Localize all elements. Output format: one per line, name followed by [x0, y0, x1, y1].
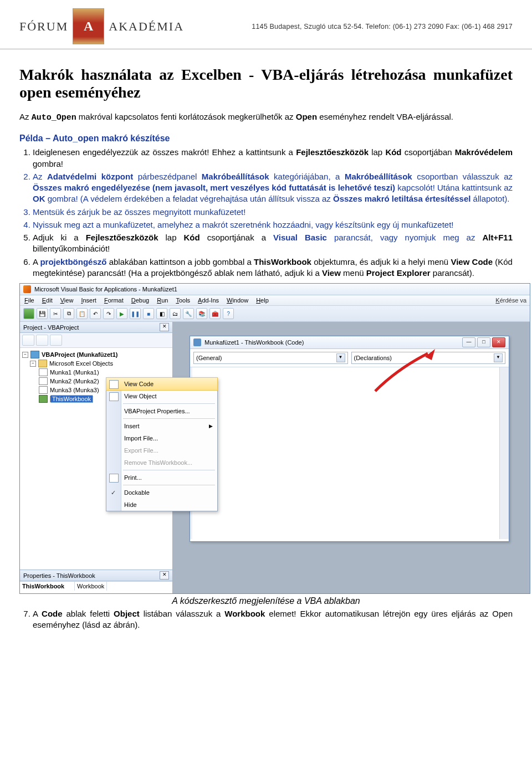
menu-tools[interactable]: Tools: [176, 297, 190, 304]
minimize-button[interactable]: —: [462, 337, 475, 347]
view-object-icon[interactable]: [36, 335, 48, 346]
folder-icon: [38, 360, 47, 367]
step-7: A Code ablak feletti Object listában vál…: [33, 608, 513, 631]
toggle-folders-icon[interactable]: [50, 335, 62, 346]
text: A: [33, 609, 42, 618]
mdi-area: Munkafüzet1 - ThisWorkbook (Code) — □ ✕ …: [173, 322, 530, 593]
toolbar-copy-icon[interactable]: ⧉: [63, 308, 74, 319]
figure-caption: A kódszerkesztő megjelenítése a VBA abla…: [19, 596, 513, 606]
menu-window[interactable]: Window: [227, 297, 248, 304]
bold: Összes makró letiltása értesítéssel: [333, 194, 470, 203]
menu-separator: [123, 403, 215, 404]
logo-emblem-icon: A: [73, 8, 104, 44]
menu-dockable[interactable]: ✓ Dockable: [106, 486, 217, 499]
menu-vbaproject-props[interactable]: VBAProject Properties...: [106, 405, 217, 417]
tree-folder[interactable]: − Microsoft Excel Objects: [22, 359, 170, 368]
bold: Kód: [183, 233, 200, 242]
toolbar-save-icon[interactable]: 💾: [37, 308, 48, 319]
bold-text: Open: [296, 112, 317, 121]
menu-run[interactable]: Run: [157, 297, 168, 304]
props-name-label: ThisWorkbook: [20, 582, 75, 591]
menu-item-label: Insert: [124, 423, 140, 429]
text: ablakában kattintson a jobb gombbal a: [106, 257, 254, 266]
bold: Alt+F11: [482, 233, 513, 242]
toolbar-pause-icon[interactable]: ❚❚: [130, 308, 141, 319]
bold: OK: [33, 194, 45, 203]
tree-item-label: Munka2 (Munka2): [50, 378, 99, 384]
menu-import-file[interactable]: Import File...: [106, 432, 217, 444]
menu-insert[interactable]: Insert: [81, 297, 96, 304]
text: ablak feletti: [63, 609, 114, 618]
bold: View Code: [451, 257, 493, 266]
menu-print[interactable]: Print...: [106, 471, 217, 484]
menu-export-file[interactable]: Export File...: [106, 444, 217, 457]
bold: Object: [114, 609, 140, 618]
bold: ThisWorkbook: [254, 257, 311, 266]
tree-item-label: Munka3 (Munka3): [50, 387, 99, 393]
toolbar-browser-icon[interactable]: 📚: [196, 308, 207, 319]
check-icon: ✓: [111, 489, 116, 496]
view-object-icon: [109, 392, 119, 401]
object-dropdown[interactable]: (General) ▼: [193, 352, 348, 364]
menu-remove[interactable]: Remove ThisWorkbook...: [106, 457, 217, 469]
toolbar-cut-icon[interactable]: ✂: [50, 308, 61, 319]
toolbar-excel-icon[interactable]: [23, 308, 34, 319]
toolbar-project-icon[interactable]: 🗂: [170, 308, 181, 319]
expander-icon[interactable]: −: [30, 361, 36, 367]
menu-item-label: Remove ThisWorkbook...: [124, 459, 192, 466]
code-text: Auto_Open: [32, 113, 76, 122]
menu-file[interactable]: File: [24, 297, 34, 304]
toolbar-undo-icon[interactable]: ↶: [90, 308, 101, 319]
toolbar-stop-icon[interactable]: ■: [143, 308, 154, 319]
bold: View: [322, 268, 341, 278]
close-button[interactable]: ✕: [492, 337, 505, 347]
view-code-icon[interactable]: [22, 335, 34, 346]
window-titlebar: Microsoft Visual Basic for Applications …: [20, 284, 530, 295]
annotation-arrow-icon: [370, 347, 442, 397]
text: makróval kapcsolatos fenti korlátozások …: [76, 112, 296, 121]
menu-view-object[interactable]: View Object: [106, 390, 217, 402]
menu-debug[interactable]: Debug: [131, 297, 149, 304]
panel-close-button[interactable]: ✕: [160, 571, 169, 580]
vba-ide-screenshot: Microsoft Visual Basic for Applications …: [19, 283, 530, 594]
bold: Kód: [385, 147, 401, 157]
text: Az: [33, 172, 47, 181]
menu-view-code[interactable]: View Code: [106, 377, 218, 391]
toolbar-toolbox-icon[interactable]: 🧰: [209, 308, 221, 319]
menu-item-label: Export File...: [124, 447, 158, 454]
toolbar-design-icon[interactable]: ◧: [156, 308, 167, 319]
chevron-down-icon[interactable]: ▼: [336, 353, 345, 362]
menu-edit[interactable]: Edit: [42, 297, 53, 304]
menu-view[interactable]: View: [60, 297, 74, 304]
tree-sheet-1[interactable]: Munka1 (Munka1): [22, 368, 170, 377]
menu-format[interactable]: Format: [104, 297, 124, 304]
menu-help[interactable]: Help: [256, 297, 269, 304]
text: objektumra, és adjuk ki a helyi menü: [311, 257, 451, 266]
page-title: Makrók használata az Excelben - VBA-eljá…: [19, 66, 513, 101]
code-editor[interactable]: [190, 367, 509, 539]
intro-paragraph: Az Auto_Open makróval kapcsolatos fenti …: [19, 111, 513, 124]
workbook-icon: [39, 395, 48, 403]
vertical-scrollbar[interactable]: [499, 367, 509, 539]
chevron-down-icon[interactable]: ▼: [494, 353, 503, 362]
toolbar-run-icon[interactable]: ▶: [116, 308, 127, 319]
properties-title: Properties - ThisWorkbook ✕: [20, 570, 172, 581]
tree-root-label: VBAProject (Munkafüzet1): [42, 351, 118, 358]
text: parancsát).: [431, 268, 474, 278]
toolbar-redo-icon[interactable]: ↷: [103, 308, 114, 319]
panel-close-button[interactable]: ✕: [160, 323, 169, 331]
tree-root[interactable]: − VBAProject (Munkafüzet1): [22, 350, 170, 359]
bold: Workbook: [224, 609, 265, 618]
maximize-button[interactable]: □: [477, 337, 490, 347]
toolbar-props-icon[interactable]: 🔧: [183, 308, 194, 319]
text: csoportjának a: [200, 233, 273, 242]
expander-icon[interactable]: −: [22, 352, 28, 358]
toolbar-help-icon[interactable]: ?: [223, 308, 234, 319]
toolbar: 💾 ✂ ⧉ 📋 ↶ ↷ ▶ ❚❚ ■ ◧ 🗂 🔧 📚 🧰 ?: [20, 306, 530, 322]
code-window-icon: [193, 339, 201, 346]
menu-item-label: View Code: [124, 381, 154, 387]
menu-addins[interactable]: Add-Ins: [198, 297, 219, 304]
toolbar-paste-icon[interactable]: 📋: [76, 308, 88, 319]
menu-hide[interactable]: Hide: [106, 499, 217, 511]
menu-insert[interactable]: Insert ▶: [106, 420, 217, 432]
